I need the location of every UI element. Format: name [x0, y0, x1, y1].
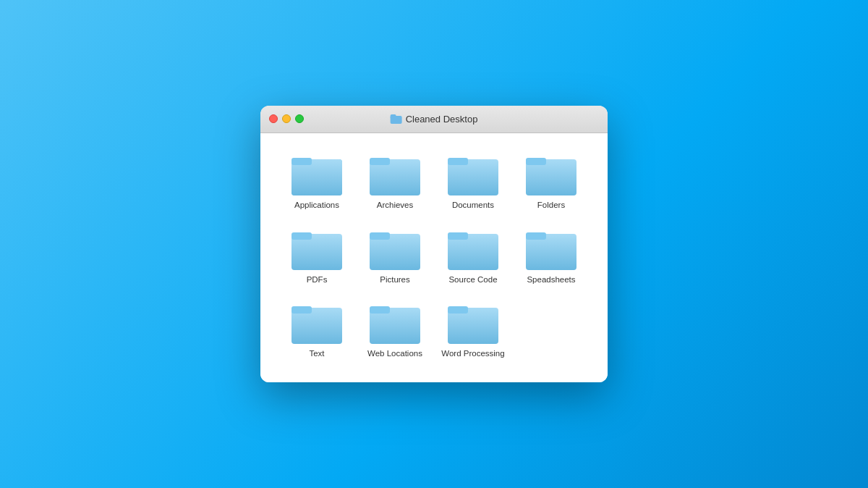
folder-label-applications: Applications: [294, 200, 339, 211]
svg-rect-14: [448, 232, 468, 240]
titlebar: Cleaned Desktop: [260, 106, 608, 133]
window-title: Cleaned Desktop: [406, 114, 478, 125]
folder-label-text: Text: [309, 348, 324, 359]
svg-rect-16: [526, 232, 546, 240]
svg-rect-12: [370, 232, 390, 240]
svg-rect-18: [292, 306, 312, 314]
folder-item-text[interactable]: Text: [278, 296, 356, 365]
finder-window: Cleaned Desktop Applications: [260, 106, 608, 383]
window-title-area: Cleaned Desktop: [391, 114, 478, 125]
svg-rect-10: [292, 232, 312, 240]
close-button[interactable]: [269, 114, 278, 123]
folder-grid-row3: Text Web Locations: [278, 296, 590, 365]
folder-label-archieves: Archieves: [377, 200, 414, 211]
folder-label-pictures: Pictures: [380, 274, 410, 285]
svg-rect-4: [370, 158, 390, 165]
folder-label-spreadsheets: Speadsheets: [527, 274, 575, 285]
maximize-button[interactable]: [295, 114, 304, 123]
folder-item-pdfs[interactable]: PDFs: [278, 222, 356, 291]
empty-cell: [512, 296, 590, 365]
folder-icon-archieves: [370, 153, 420, 195]
window-content: Applications Archieves: [260, 133, 608, 383]
folder-label-folders: Folders: [537, 200, 565, 211]
folder-item-word-processing[interactable]: Word Processing: [434, 296, 512, 365]
folder-icon-pdfs: [292, 228, 342, 270]
traffic-lights: [269, 114, 304, 123]
title-folder-icon: [391, 114, 402, 124]
folder-item-documents[interactable]: Documents: [434, 148, 512, 216]
folder-icon-pictures: [370, 228, 420, 270]
minimize-button[interactable]: [282, 114, 291, 123]
folder-label-documents: Documents: [452, 200, 494, 211]
folder-grid-row2: PDFs Pictures: [278, 222, 590, 291]
folder-icon-applications: [292, 153, 342, 195]
folder-icon-documents: [448, 153, 498, 195]
folder-item-web-locations[interactable]: Web Locations: [356, 296, 434, 365]
svg-rect-22: [448, 306, 468, 314]
folder-grid-row1: Applications Archieves: [278, 148, 590, 216]
folder-label-pdfs: PDFs: [307, 274, 328, 285]
svg-rect-6: [448, 158, 468, 165]
folder-icon-source-code: [448, 228, 498, 270]
folder-item-applications[interactable]: Applications: [278, 148, 356, 216]
folder-item-folders[interactable]: Folders: [512, 148, 590, 216]
svg-rect-2: [292, 158, 312, 165]
folder-icon-web-locations: [370, 302, 420, 344]
folder-item-archieves[interactable]: Archieves: [356, 148, 434, 216]
folder-item-source-code[interactable]: Source Code: [434, 222, 512, 291]
folder-item-pictures[interactable]: Pictures: [356, 222, 434, 291]
folder-icon-text: [292, 302, 342, 344]
folder-icon-word-processing: [448, 302, 498, 344]
folder-item-spreadsheets[interactable]: Speadsheets: [512, 222, 590, 291]
folder-label-web-locations: Web Locations: [367, 348, 422, 359]
folder-icon-spreadsheets: [526, 228, 576, 270]
folder-icon-folders: [526, 153, 576, 195]
folder-label-source-code: Source Code: [448, 274, 497, 285]
folder-label-word-processing: Word Processing: [441, 348, 504, 359]
svg-rect-20: [370, 306, 390, 314]
svg-rect-8: [526, 158, 546, 165]
